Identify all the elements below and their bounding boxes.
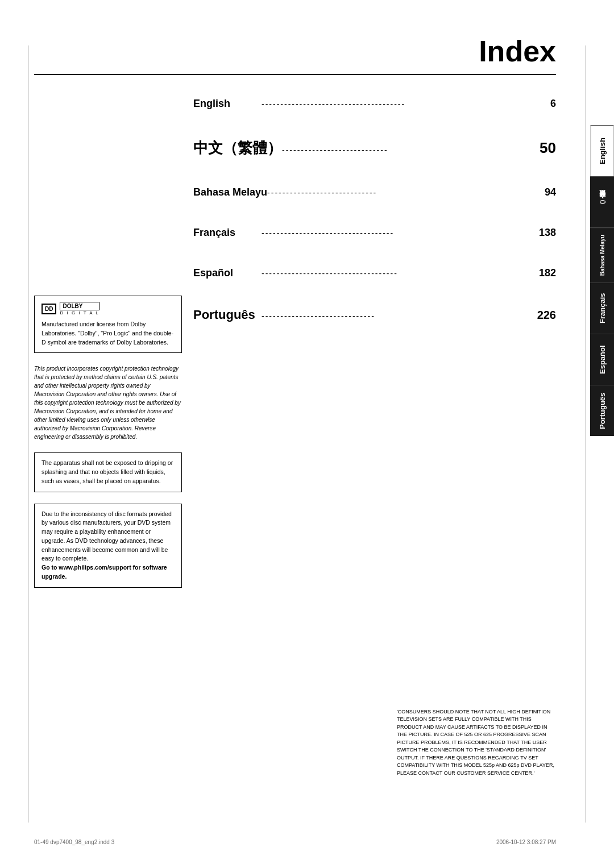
footer: 01-49 dvp7400_98_eng2.indd 3 2006-10-12 … (34, 839, 556, 845)
entry-portugues-page: 226 (537, 309, 556, 322)
tab-francais-label: Français (598, 293, 607, 323)
main-content: Index English --------------------------… (0, 0, 590, 868)
dolby-brand: DOLBY D I G I T A L (60, 302, 99, 315)
upgrade-box: Due to the inconsistency of disc formats… (34, 504, 182, 588)
entry-espanol-page: 182 (539, 267, 556, 279)
footer-right: 2006-10-12 3:08:27 PM (496, 839, 556, 845)
consumers-notice: 'CONSUMERS SHOULD NOTE THAT NOT ALL HIGH… (397, 708, 556, 778)
entry-francais: Français -------------------------------… (193, 227, 556, 239)
dolby-digital-label: D I G I T A L (60, 310, 99, 315)
copyright-notice: This product incorporates copyright prot… (34, 364, 182, 441)
entry-espanol-dots: ------------------------------------ (262, 269, 539, 278)
upgrade-text: Due to the inconsistency of disc formats… (42, 510, 172, 562)
warning-box: The apparatus shall not be exposed to dr… (34, 452, 182, 492)
entry-chinese-label: 中文（繁體） (193, 138, 282, 158)
entry-bahasa: Bahasa Melayu --------------------------… (193, 186, 556, 198)
entry-english-dots: -------------------------------------- (262, 99, 550, 109)
entry-chinese-page: 50 (540, 139, 556, 157)
entry-francais-label: Français (193, 227, 262, 239)
entry-bahasa-page: 94 (545, 186, 556, 198)
tab-francais[interactable]: Français (590, 283, 614, 334)
dolby-box: DD DOLBY D I G I T A L Manufactured unde… (34, 296, 182, 353)
entry-english-page: 6 (550, 98, 556, 110)
tab-chinese-label: 中文(繁體) (598, 200, 607, 204)
dolby-description-text: Manufactured under license from Dolby La… (42, 321, 173, 346)
tab-espanol[interactable]: Español (590, 334, 614, 385)
dolby-dd-text: DD (45, 306, 53, 312)
dolby-logo: DD DOLBY D I G I T A L (42, 302, 175, 315)
tab-english[interactable]: English (590, 125, 614, 176)
page-title: Index (34, 34, 556, 75)
entry-bahasa-label: Bahasa Melayu (193, 186, 267, 198)
tab-english-label: English (598, 138, 607, 164)
entry-chinese-dots: ---------------------------- (282, 146, 540, 155)
entry-english-label: English (193, 98, 262, 110)
footer-left: 01-49 dvp7400_98_eng2.indd 3 (34, 839, 114, 845)
index-entries: English --------------------------------… (193, 98, 556, 322)
tab-espanol-label: Español (598, 345, 607, 374)
entry-portugues-dots: ------------------------------ (262, 312, 537, 321)
tab-portugues[interactable]: Português (590, 385, 614, 436)
consumers-text: 'CONSUMERS SHOULD NOTE THAT NOT ALL HIGH… (397, 709, 554, 776)
entry-chinese: 中文（繁體） ---------------------------- 50 (193, 138, 556, 158)
dolby-description: Manufactured under license from Dolby La… (42, 320, 175, 347)
tab-bahasa[interactable]: Bahasa Melayu (590, 227, 614, 283)
page: English 中文(繁體) Bahasa Melayu Français Es… (0, 0, 614, 868)
dolby-dd-icon: DD (42, 304, 56, 314)
entry-espanol-label: Español (193, 267, 262, 279)
entry-bahasa-dots: ----------------------------- (267, 188, 545, 197)
upgrade-link-text: Go to www.philips.com/support for softwa… (42, 564, 167, 580)
entry-portugues: Português ------------------------------… (193, 308, 556, 322)
tab-chinese[interactable]: 中文(繁體) (590, 176, 614, 227)
tab-portugues-label: Português (598, 393, 607, 429)
copyright-text: This product incorporates copyright prot… (34, 366, 181, 440)
left-section: DD DOLBY D I G I T A L Manufactured unde… (34, 296, 182, 588)
entry-english: English --------------------------------… (193, 98, 556, 110)
entry-francais-dots: ----------------------------------- (262, 229, 539, 238)
tab-bahasa-label: Bahasa Melayu (599, 235, 605, 276)
dolby-text-label: DOLBY (60, 302, 99, 310)
language-tabs: English 中文(繁體) Bahasa Melayu Français Es… (590, 125, 614, 436)
entry-espanol: Español --------------------------------… (193, 267, 556, 279)
entry-francais-page: 138 (539, 227, 556, 239)
entry-portugues-label: Português (193, 308, 262, 322)
warning-text: The apparatus shall not be exposed to dr… (42, 459, 173, 484)
